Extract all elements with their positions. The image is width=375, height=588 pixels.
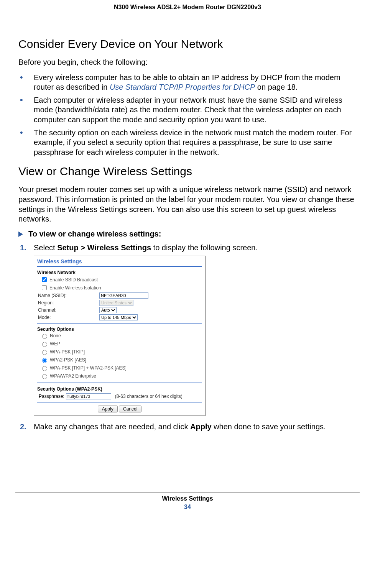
steps-list: 2. Make any changes that are needed, and… — [18, 422, 357, 432]
apply-label-bold: Apply — [190, 422, 212, 431]
checkbox-label: Enable Wireless Isolation — [49, 285, 101, 291]
intro-text: Your preset modem router comes set up wi… — [18, 185, 357, 224]
step-text: when done to save your settings. — [212, 422, 326, 431]
steps-list: 1. Select Setup > Wireless Settings to d… — [18, 243, 357, 253]
enable-isolation-input[interactable] — [42, 285, 47, 290]
intro-text: Before you begin, check the following: — [18, 57, 357, 67]
checkbox-label: Enable SSID Broadcast — [49, 277, 98, 283]
link-dhcp[interactable]: Use Standard TCP/IP Properties for DHCP — [110, 83, 255, 91]
apply-button[interactable]: Apply — [98, 406, 118, 412]
bullet-marker-icon: • — [20, 95, 23, 105]
enable-ssid-input[interactable] — [42, 277, 47, 282]
cancel-button[interactable]: Cancel — [119, 406, 141, 412]
passphrase-label: Passphrase: — [39, 394, 64, 399]
security-radios: None WEP WPA-PSK [TKIP] WPA2-PSK [AES] W… — [40, 333, 202, 380]
radio-wpa-enterprise[interactable]: WPA/WPA2 Enterprise — [40, 373, 96, 379]
procedure-heading: To view or change wireless settings: — [18, 230, 357, 238]
radio-wep[interactable]: WEP — [40, 341, 60, 347]
region-select: United States — [99, 300, 133, 306]
ssid-input[interactable] — [99, 292, 148, 299]
radio-wpa2-aes[interactable]: WPA2-PSK [AES] — [40, 357, 86, 363]
triangle-right-icon — [18, 232, 23, 237]
bullet-text: on page 18. — [255, 83, 298, 91]
wireless-settings-panel: Wireless Settings Wireless Network Enabl… — [34, 256, 206, 416]
mode-select[interactable]: Up to 145 Mbps — [99, 314, 138, 320]
step-text: Select — [34, 243, 57, 252]
bullet-list: • Every wireless computer has to be able… — [18, 73, 357, 158]
step-text: to display the following screen. — [151, 243, 258, 252]
radio-wpa-both[interactable]: WPA-PSK [TKIP] + WPA2-PSK [AES] — [40, 365, 127, 371]
channel-select[interactable]: Auto — [99, 307, 117, 313]
step-text: Make any changes that are needed, and cl… — [34, 422, 190, 431]
page-number: 34 — [15, 504, 360, 511]
radio-none[interactable]: None — [40, 333, 61, 339]
section-heading-view: View or Change Wireless Settings — [18, 165, 357, 178]
radio-wpa-tkip[interactable]: WPA-PSK [TKIP] — [40, 349, 85, 355]
bullet-item: • Every wireless computer has to be able… — [18, 73, 357, 92]
mode-label: Mode: — [38, 315, 99, 320]
bullet-text: The security option on each wireless dev… — [34, 128, 352, 156]
menu-path: Setup > Wireless Settings — [57, 243, 151, 252]
channel-label: Channel: — [38, 307, 99, 313]
bullet-item: • The security option on each wireless d… — [18, 128, 357, 158]
region-label: Region: — [38, 300, 99, 305]
enable-isolation-checkbox[interactable]: Enable Wireless Isolation — [40, 284, 101, 291]
step-item: 1. Select Setup > Wireless Settings to d… — [18, 243, 357, 253]
footer-title: Wireless Settings — [15, 495, 360, 502]
bullet-marker-icon: • — [20, 128, 23, 137]
running-header: N300 Wireless ADSL2+ Modem Router DGN220… — [18, 4, 357, 11]
step-item: 2. Make any changes that are needed, and… — [18, 422, 357, 432]
bullet-item: • Each computer or wireless adapter in y… — [18, 95, 357, 125]
procedure-title: To view or change wireless settings: — [28, 230, 161, 238]
bullet-text: Each computer or wireless adapter in you… — [34, 96, 342, 124]
bullet-marker-icon: • — [20, 73, 23, 82]
group-security-wpa2: Security Options (WPA2-PSK) — [37, 386, 202, 392]
group-wireless-network: Wireless Network — [37, 270, 202, 275]
group-security-options: Security Options — [37, 327, 202, 332]
panel-title: Wireless Settings — [37, 258, 202, 267]
passphrase-hint: (8-63 characters or 64 hex digits) — [115, 394, 183, 399]
enable-ssid-checkbox[interactable]: Enable SSID Broadcast — [40, 276, 98, 283]
page-footer: Wireless Settings 34 — [15, 493, 360, 511]
step-number: 1. — [20, 243, 26, 253]
passphrase-input[interactable] — [66, 393, 111, 399]
ssid-label: Name (SSID): — [38, 293, 99, 298]
section-heading-consider: Consider Every Device on Your Network — [18, 38, 357, 51]
step-number: 2. — [20, 422, 26, 432]
